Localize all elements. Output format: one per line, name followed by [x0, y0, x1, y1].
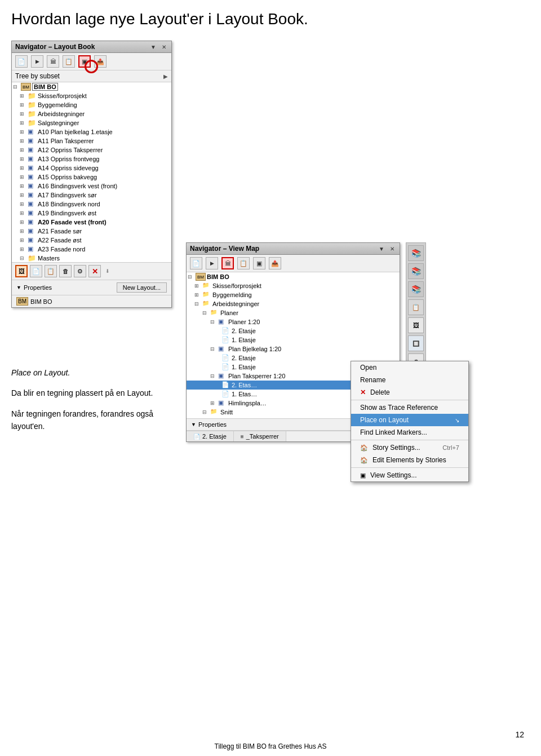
- tree-item[interactable]: ⊞ ▣ A15 Oppriss bakvegg: [12, 173, 171, 182]
- viewmap-toolbar: 📄 ▶ 🏛 📋 ▣ 📤: [187, 255, 400, 272]
- open-label: Open: [360, 364, 376, 372]
- tree-item[interactable]: ⊞ ▣ A22 Fasade øst: [12, 236, 171, 245]
- nav-layout-btn[interactable]: ▣: [78, 55, 91, 68]
- vm-arrow-btn[interactable]: ▶: [206, 257, 218, 269]
- tree-item[interactable]: ⊞ ▣ A23 Fasade nord: [12, 245, 171, 254]
- tree-item[interactable]: 📄 1. Etasje: [187, 335, 400, 344]
- properties-text: Properties: [198, 421, 227, 428]
- nav-arrow-btn[interactable]: ▶: [31, 55, 43, 68]
- tree-item[interactable]: ⊞ ▣ A12 Oppriss Taksperrer: [12, 145, 171, 154]
- tree-item[interactable]: ⊞ 📁 Skisse/forprosjekt: [187, 281, 400, 290]
- copy-btn[interactable]: 📋: [45, 265, 57, 277]
- tree-item[interactable]: ⊞ ▣ A20 Fasade vest (front): [12, 218, 171, 227]
- tree-item[interactable]: ⊟ BM BIM BO: [12, 82, 171, 91]
- doc-icon: 📄: [221, 354, 230, 362]
- tree-item[interactable]: ⊞ 📁 Byggemelding: [12, 100, 171, 109]
- tree-item[interactable]: ⊞ 📁 Byggemelding: [187, 290, 400, 299]
- context-item-trace[interactable]: Show as Trace Reference: [351, 401, 468, 414]
- tree-item[interactable]: ⊞ ▣ A18 Bindingsverk nord: [12, 200, 171, 209]
- tree-item[interactable]: ⊞ ▣ A13 Oppriss frontvegg: [12, 154, 171, 163]
- tree-item-label: Planer: [220, 310, 238, 316]
- viewmap-properties-label[interactable]: ▼ Properties: [191, 421, 227, 428]
- tree-item-label: A21 Fasade sør: [38, 228, 82, 235]
- right-icon-3[interactable]: 📚: [408, 281, 424, 297]
- delete-x-icon: ✕: [360, 388, 366, 396]
- bim-bo-icon: BM: [16, 297, 28, 306]
- tree-item[interactable]: ⊞ ▣ A19 Bindingsverk øst: [12, 209, 171, 218]
- edit-stories-icon: 🏠: [360, 457, 368, 464]
- panel-close-btn[interactable]: ✕: [160, 43, 168, 51]
- add-layout-btn[interactable]: 🖼: [15, 265, 28, 277]
- nav-export-btn[interactable]: 📤: [94, 55, 107, 68]
- viewmap-pin-btn[interactable]: ▼: [377, 245, 386, 253]
- panel-toolbar: 📄 ▶ 🏛 📋 ▣ 📤: [12, 53, 171, 70]
- nav-back-btn[interactable]: 📄: [15, 55, 28, 68]
- tab-taksperrer[interactable]: ≡ _Taksperrer: [234, 431, 286, 441]
- vm-home-btn[interactable]: 🏛: [221, 257, 234, 269]
- new-subset-btn[interactable]: 📄: [30, 265, 42, 277]
- properties-label[interactable]: ▼ Properties: [16, 284, 52, 291]
- vm-back-btn[interactable]: 📄: [190, 257, 202, 269]
- tree-item[interactable]: ⊞ ▣ A21 Fasade sør: [12, 227, 171, 236]
- rename-label: Rename: [360, 376, 385, 384]
- doc-icon: 📄: [221, 363, 230, 371]
- subset-row[interactable]: Tree by subset ▶: [12, 70, 171, 82]
- tree-container[interactable]: ⊟ BM BIM BO ⊞ 📁 Skisse/forprosjekt ⊞ 📁 B…: [12, 82, 171, 263]
- folder-icon: 📁: [28, 92, 37, 100]
- nav-copy-btn[interactable]: 📋: [63, 55, 75, 68]
- right-icon-6[interactable]: 🔲: [408, 335, 424, 351]
- viewmap-close-btn[interactable]: ✕: [388, 245, 396, 253]
- tree-item-label: A23 Fasade nord: [38, 246, 85, 253]
- tree-item-label: Plan Taksperrer 1:20: [228, 373, 285, 379]
- tree-item[interactable]: ⊞ 📁 Skisse/forprosjekt: [12, 91, 171, 100]
- new-layout-button[interactable]: New Layout...: [117, 282, 167, 293]
- context-menu: Open Rename ✕ Delete Show as Trace Refer…: [351, 361, 469, 482]
- tree-item[interactable]: ⊞ ▣ A11 Plan Taksperrer: [12, 136, 171, 145]
- delete-btn[interactable]: 🗑: [59, 265, 72, 277]
- doc-icon: 📄: [221, 327, 230, 335]
- right-icon-1[interactable]: 📚: [408, 245, 424, 261]
- tree-item-label: Plan Bjelkelag 1:20: [228, 346, 281, 352]
- context-item-rename[interactable]: Rename: [351, 374, 468, 386]
- tree-item[interactable]: ⊞ 📁 Arbeidstegninger: [12, 109, 171, 118]
- tree-item[interactable]: ⊞ ▣ A10 Plan bjelkelag 1.etasje: [12, 127, 171, 136]
- expand-icon: ⊞: [20, 210, 28, 216]
- panel-pin-btn[interactable]: ▼: [149, 43, 158, 51]
- context-item-view-settings[interactable]: ▣ View Settings...: [351, 469, 468, 481]
- context-item-edit-stories[interactable]: 🏠 Edit Elements by Stories: [351, 454, 468, 466]
- expand-icon: ⊟: [202, 409, 210, 415]
- tree-item[interactable]: ⊟ 📁 Arbeidstegninger: [187, 299, 400, 308]
- right-icon-4[interactable]: 📋: [408, 299, 424, 315]
- context-item-place[interactable]: Place on Layout ↘: [351, 414, 468, 426]
- vm-copy-btn[interactable]: 📋: [237, 257, 250, 269]
- nav-home-btn[interactable]: 🏛: [47, 55, 59, 68]
- tab-2etasje[interactable]: 📄 2. Etasje: [187, 431, 234, 441]
- tree-item[interactable]: ⊞ ▣ A14 Oppriss sidevegg: [12, 163, 171, 173]
- close-btn[interactable]: ✕: [88, 265, 101, 277]
- tree-item[interactable]: ⊟ 📁 Planer: [187, 308, 400, 317]
- vm-export-btn[interactable]: 📤: [269, 257, 281, 269]
- tree-item[interactable]: ⊟ 📁 Masters: [12, 254, 171, 263]
- tree-item[interactable]: ⊞ 📁 Salgstegninger: [12, 118, 171, 127]
- context-item-find[interactable]: Find Linked Markers...: [351, 426, 468, 439]
- tree-item-label: A20 Fasade vest (front): [38, 219, 107, 226]
- vm-layout-btn[interactable]: ▣: [253, 257, 265, 269]
- layout-icon: ▣: [28, 164, 37, 172]
- expand-icon: ⊟: [210, 373, 218, 379]
- context-item-story[interactable]: 🏠 Story Settings... Ctrl+7: [351, 441, 468, 454]
- context-item-delete[interactable]: ✕ Delete: [351, 386, 468, 399]
- tree-item[interactable]: ⊟ ▣ Plan Bjelkelag 1:20: [187, 344, 400, 353]
- right-icon-5[interactable]: 🖼: [408, 317, 424, 333]
- right-icon-2[interactable]: 📚: [408, 263, 424, 279]
- tree-item-label: Arbeidstegninger: [38, 110, 85, 117]
- tree-item[interactable]: ⊞ ▣ A17 Bindingsverk sør: [12, 191, 171, 200]
- tree-item[interactable]: ⊟ ▣ Planer 1:20: [187, 317, 400, 326]
- expand-icon: ⊞: [20, 129, 28, 135]
- tree-item-label: BIM BO: [32, 83, 58, 91]
- settings-btn[interactable]: ⚙: [74, 265, 86, 277]
- tree-item[interactable]: ⊞ ▣ A16 Bindingsverk vest (front): [12, 182, 171, 191]
- expand-icon: ⊟: [13, 84, 21, 90]
- context-item-open[interactable]: Open: [351, 361, 468, 374]
- tree-item[interactable]: ⊟ BM BIM BO: [187, 272, 400, 281]
- tree-item[interactable]: 📄 2. Etasje: [187, 326, 400, 335]
